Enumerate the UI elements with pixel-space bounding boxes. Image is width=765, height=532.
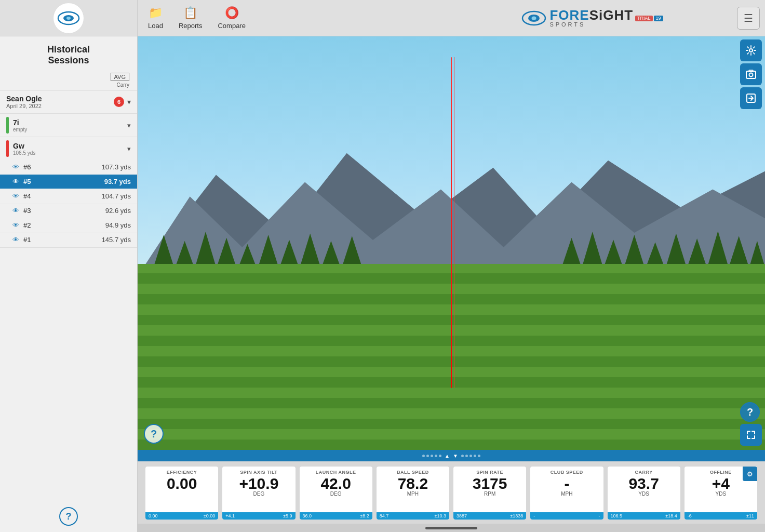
trial-badge: TRIAL xyxy=(635,16,653,21)
stat-bottom-left-5: - xyxy=(533,513,535,518)
player-actions: 6 ▾ xyxy=(114,97,131,107)
scroll-thumb[interactable] xyxy=(425,527,477,529)
stat-label-0: EFFICIENCY xyxy=(167,470,197,475)
player-row[interactable]: Sean Ogle April 29, 2022 6 ▾ xyxy=(0,90,137,114)
reports-icon: 📋 xyxy=(183,6,197,20)
shot-num-6: #6 xyxy=(23,163,102,171)
stat-unit-5: MPH xyxy=(561,491,572,497)
stat-card-carry: CARRY 93.7 YDS 106.5 ±18.4 xyxy=(608,467,680,520)
stat-card-ball-speed: BALL SPEED 78.2 MPH 84.7 ±10.3 xyxy=(377,467,449,520)
shot-dist-5: 93.7 yds xyxy=(104,178,131,185)
shot-dist-2: 94.9 yds xyxy=(105,221,131,229)
shot-row-4[interactable]: 👁 #4 104.7 yds xyxy=(0,189,137,204)
ball-flight-line xyxy=(451,57,452,388)
stat-label-5: CLUB SPEED xyxy=(551,470,583,475)
help-circle-right-icon[interactable]: ? xyxy=(740,402,760,422)
club-chevron-gw-icon[interactable]: ▾ xyxy=(127,145,131,153)
stat-bottom-left-6: 106.5 xyxy=(611,513,623,518)
dot-series-right xyxy=(461,455,480,457)
stat-bottom-right-4: ±1338 xyxy=(510,513,523,518)
arrow-down-icon[interactable]: ▼ xyxy=(453,453,458,459)
dot-series-left xyxy=(422,455,441,457)
load-icon: 📁 xyxy=(149,6,163,20)
stat-bottom-right-6: ±18.4 xyxy=(665,513,677,518)
stat-bottom-right-0: ±0.00 xyxy=(204,513,215,518)
shot-num-4: #4 xyxy=(23,192,102,200)
shot-row-5[interactable]: 👁 #5 93.7 yds xyxy=(0,175,137,189)
eye-icon-3: 👁 xyxy=(12,207,19,215)
gear-overlay-icon[interactable]: ⚙ xyxy=(743,467,757,481)
hamburger-button[interactable]: ☰ xyxy=(737,7,760,30)
divider-bar: ▲ ▼ xyxy=(138,450,765,461)
foresight-logo: FORESiGHT TRIAL 19 SPORTS xyxy=(521,8,663,28)
dot-5 xyxy=(439,455,441,457)
shot-dist-4: 104.7 yds xyxy=(102,192,131,200)
shot-num-5: #5 xyxy=(23,178,104,185)
club-name-gw: Gw xyxy=(13,142,127,150)
eye-icon-4: 👁 xyxy=(12,192,19,200)
club-header-gw[interactable]: Gw 106.5 yds ▾ xyxy=(0,137,137,160)
shot-dist-6: 107.3 yds xyxy=(102,163,131,171)
player-info: Sean Ogle April 29, 2022 xyxy=(6,95,114,109)
stat-unit-2: DEG xyxy=(330,491,342,497)
eye-icon-2: 👁 xyxy=(12,221,19,229)
arrow-up-icon[interactable]: ▲ xyxy=(445,453,450,459)
shot-row-6[interactable]: 👁 #6 107.3 yds xyxy=(0,160,137,175)
club-chevron-7i-icon[interactable]: ▾ xyxy=(127,122,131,129)
help-button-sidebar[interactable]: ? xyxy=(59,507,78,526)
stat-bottom-0: 0.00 ±0.00 xyxy=(145,512,218,520)
stat-label-7: OFFLINE xyxy=(710,470,732,475)
club-color-bar-gw xyxy=(6,140,9,157)
sports-text: SPORTS xyxy=(549,22,663,28)
help-button-main[interactable]: ? xyxy=(144,424,164,444)
foresight-text: FORESiGHT TRIAL 19 SPORTS xyxy=(549,8,663,28)
stat-bottom-left-0: 0.00 xyxy=(149,513,158,518)
bottom-right-buttons: ? xyxy=(740,402,762,446)
club-header-7i[interactable]: 7i empty ▾ xyxy=(0,114,137,137)
player-chevron-icon[interactable]: ▾ xyxy=(127,98,131,106)
golf-course-view: ? ? xyxy=(138,36,765,450)
settings-icon-btn[interactable] xyxy=(740,39,762,61)
shot-row-2[interactable]: 👁 #2 94.9 yds xyxy=(0,218,137,233)
eye-icon-1: 👁 xyxy=(12,236,19,244)
stat-bottom-2: 36.0 ±8.2 xyxy=(300,512,372,520)
reports-nav-item[interactable]: 📋 Reports xyxy=(179,6,203,30)
stat-unit-6: YDS xyxy=(638,491,649,497)
stat-bottom-left-4: 3887 xyxy=(457,513,467,518)
app-logo xyxy=(53,3,84,34)
stat-bottom-left-2: 36.0 xyxy=(303,513,312,518)
dot-4 xyxy=(435,455,437,457)
stat-bottom-right-2: ±8.2 xyxy=(360,513,369,518)
compare-nav-item[interactable]: ⭕ Compare xyxy=(218,6,245,30)
expand-button[interactable] xyxy=(740,424,762,446)
reports-label: Reports xyxy=(179,22,203,30)
shot-row-1[interactable]: 👁 #1 145.7 yds xyxy=(0,233,137,247)
club-name-7i: 7i xyxy=(13,118,127,127)
stat-label-4: SPIN RATE xyxy=(476,470,503,475)
stat-unit-7: YDS xyxy=(716,491,727,497)
stat-card-offline: OFFLINE +4 YDS -6 ±11 ⚙ xyxy=(685,467,757,520)
main-content: Historical Sessions AVG Carry Sean Ogle … xyxy=(0,36,765,532)
load-nav-item[interactable]: 📁 Load xyxy=(148,6,163,30)
shot-row-3[interactable]: 👁 #3 92.6 yds xyxy=(0,204,137,218)
camera-icon-btn[interactable] xyxy=(740,63,762,85)
right-side-buttons xyxy=(737,36,765,112)
fs-eye-icon xyxy=(521,9,546,28)
eye-icon-5: 👁 xyxy=(12,178,19,185)
svg-point-5 xyxy=(532,16,536,20)
stat-value-5: - xyxy=(564,475,569,492)
club-color-bar-7i xyxy=(6,117,9,134)
dot-2 xyxy=(426,455,429,457)
stat-value-6: 93.7 xyxy=(628,475,659,492)
export-icon-btn[interactable] xyxy=(740,87,762,109)
top-bar: 📁 Load 📋 Reports ⭕ Compare FORESiGHT TRI… xyxy=(0,0,765,36)
right-panel: ? ? ▲ ▼ xyxy=(138,36,765,532)
version-badge: 19 xyxy=(654,16,663,21)
avg-bar: AVG Carry xyxy=(0,69,137,90)
avg-badge: AVG xyxy=(111,73,129,81)
dot-10 xyxy=(478,455,480,457)
stat-bottom-left-1: +4.1 xyxy=(225,513,235,518)
stat-value-1: +10.9 xyxy=(239,475,278,492)
stat-card-launch-angle: LAUNCH ANGLE 42.0 DEG 36.0 ±8.2 xyxy=(300,467,372,520)
stats-bar: EFFICIENCY 0.00 0.00 ±0.00 SPIN AXIS TIL… xyxy=(138,461,765,524)
